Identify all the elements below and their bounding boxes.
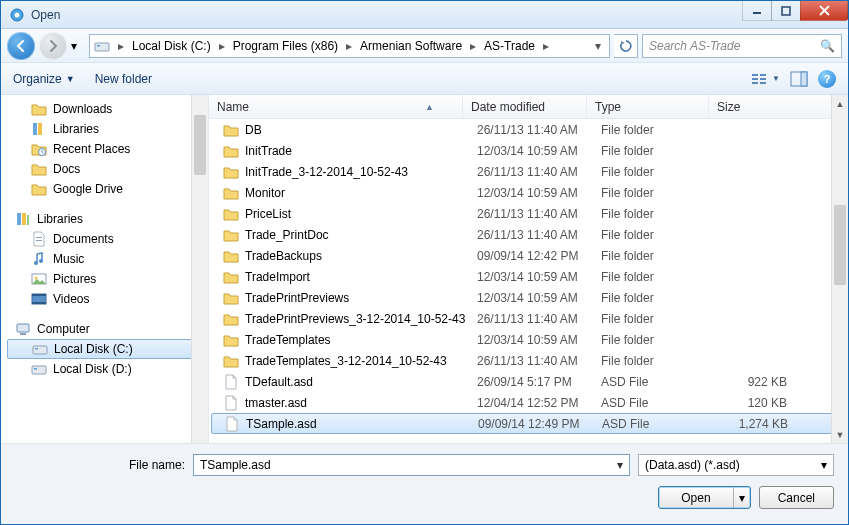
filename-label: File name: (15, 458, 185, 472)
window-title: Open (31, 8, 60, 22)
svg-rect-21 (36, 240, 42, 241)
tree-libraries-header[interactable]: Libraries (7, 209, 208, 229)
search-placeholder: Search AS-Trade (649, 39, 740, 53)
chevron-right-icon[interactable]: ▸ (541, 39, 551, 53)
file-scrollbar[interactable]: ▲ ▼ (831, 95, 848, 443)
forward-button[interactable] (39, 32, 67, 60)
scroll-down-icon[interactable]: ▼ (832, 426, 848, 443)
view-button[interactable]: ▼ (751, 72, 780, 86)
col-size[interactable]: Size (709, 95, 848, 118)
file-row[interactable]: TradeTemplates_3-12-2014_10-52-4326/11/1… (209, 350, 848, 371)
file-list: Name▲ Date modified Type Size DB26/11/13… (209, 95, 848, 443)
col-type[interactable]: Type (587, 95, 709, 118)
close-button[interactable] (800, 1, 848, 21)
scroll-thumb[interactable] (834, 205, 846, 285)
file-row[interactable]: TDefault.asd26/09/14 5:17 PMASD File922 … (209, 371, 848, 392)
chevron-right-icon[interactable]: ▸ (344, 39, 354, 53)
chevron-down-icon: ▼ (772, 74, 780, 83)
filetype-filter[interactable]: (Data.asd) (*.asd) ▾ (638, 454, 834, 476)
tree-item[interactable]: Pictures (7, 269, 208, 289)
file-row[interactable]: TradePrintPreviews_3-12-2014_10-52-4326/… (209, 308, 848, 329)
breadcrumb-seg[interactable]: Armenian Software (356, 35, 466, 57)
svg-rect-18 (22, 213, 26, 225)
file-row[interactable]: TradeBackups09/09/14 12:42 PMFile folder (209, 245, 848, 266)
svg-rect-14 (33, 123, 37, 135)
address-dropdown-icon[interactable]: ▾ (591, 39, 605, 53)
back-button[interactable] (7, 32, 35, 60)
new-folder-button[interactable]: New folder (95, 72, 152, 86)
refresh-button[interactable] (614, 34, 638, 58)
file-row[interactable]: Monitor12/03/14 10:59 AMFile folder (209, 182, 848, 203)
svg-point-22 (34, 261, 38, 265)
tree-item[interactable]: Documents (7, 229, 208, 249)
breadcrumb-seg[interactable]: AS-Trade (480, 35, 539, 57)
chevron-right-icon[interactable]: ▸ (116, 39, 126, 53)
svg-point-23 (39, 259, 43, 263)
file-row[interactable]: TradeTemplates12/03/14 10:59 AMFile fold… (209, 329, 848, 350)
svg-rect-5 (97, 45, 100, 47)
search-input[interactable]: Search AS-Trade 🔍 (642, 34, 842, 58)
chevron-down-icon[interactable]: ▾ (617, 458, 623, 472)
help-button[interactable]: ? (818, 70, 836, 88)
svg-rect-32 (35, 348, 38, 350)
cancel-button[interactable]: Cancel (759, 486, 834, 509)
file-row[interactable]: TradePrintPreviews12/03/14 10:59 AMFile … (209, 287, 848, 308)
chevron-down-icon: ▼ (66, 74, 75, 84)
svg-rect-7 (752, 78, 758, 80)
svg-rect-13 (801, 72, 807, 86)
col-name[interactable]: Name▲ (209, 95, 463, 118)
computer-icon (15, 321, 31, 337)
tree-item[interactable]: Docs (7, 159, 208, 179)
tree-computer-header[interactable]: Computer (7, 319, 208, 339)
minimize-button[interactable] (742, 1, 772, 21)
file-row[interactable]: tmaster.asd12/04/14 12:52 PMASD File120 … (209, 392, 848, 413)
maximize-button[interactable] (771, 1, 801, 21)
svg-rect-30 (20, 333, 26, 335)
scroll-up-icon[interactable]: ▲ (832, 95, 848, 112)
open-button[interactable]: Open ▾ (658, 486, 750, 509)
file-row[interactable]: TSample.asd09/09/14 12:49 PMASD File1,27… (211, 413, 846, 434)
chevron-right-icon[interactable]: ▸ (217, 39, 227, 53)
svg-rect-3 (782, 7, 790, 15)
svg-rect-29 (17, 324, 29, 332)
nav-tree: DownloadsLibrariesRecent PlacesDocsGoogl… (1, 95, 209, 443)
svg-rect-27 (32, 294, 46, 296)
view-icon (751, 72, 769, 86)
file-row[interactable]: Trade_PrintDoc26/11/13 11:40 AMFile fold… (209, 224, 848, 245)
preview-pane-button[interactable] (790, 71, 808, 87)
history-dropdown-icon[interactable]: ▾ (71, 39, 85, 53)
tree-item[interactable]: Videos (7, 289, 208, 309)
svg-point-1 (15, 12, 20, 17)
filename-input[interactable]: TSample.asd ▾ (193, 454, 630, 476)
open-dropdown-icon[interactable]: ▾ (734, 491, 750, 505)
file-row[interactable]: DB26/11/13 11:40 AMFile folder (209, 119, 848, 140)
file-row[interactable]: InitTrade_3-12-2014_10-52-4326/11/13 11:… (209, 161, 848, 182)
file-row[interactable]: TradeImport12/03/14 10:59 AMFile folder (209, 266, 848, 287)
tree-drive[interactable]: Local Disk (C:) (7, 339, 208, 359)
organize-button[interactable]: Organize ▼ (13, 72, 75, 86)
tree-drive[interactable]: Local Disk (D:) (7, 359, 208, 379)
tree-item[interactable]: Google Drive (7, 179, 208, 199)
col-date[interactable]: Date modified (463, 95, 587, 118)
tree-item[interactable]: Downloads (7, 99, 208, 119)
breadcrumb-seg[interactable]: Program Files (x86) (229, 35, 342, 57)
tree-item[interactable]: Libraries (7, 119, 208, 139)
tree-item[interactable]: Recent Places (7, 139, 208, 159)
chevron-down-icon: ▾ (821, 458, 827, 472)
svg-rect-34 (34, 368, 37, 370)
svg-rect-33 (32, 366, 46, 374)
svg-rect-8 (752, 82, 758, 84)
sort-asc-icon: ▲ (425, 102, 434, 112)
svg-rect-15 (38, 123, 42, 135)
drive-icon (94, 38, 110, 54)
titlebar: Open (1, 1, 848, 29)
svg-point-25 (35, 277, 38, 280)
breadcrumb-seg[interactable]: Local Disk (C:) (128, 35, 215, 57)
address-bar[interactable]: ▸ Local Disk (C:)▸ Program Files (x86)▸ … (89, 34, 610, 58)
chevron-right-icon[interactable]: ▸ (468, 39, 478, 53)
file-row[interactable]: PriceList26/11/13 11:40 AMFile folder (209, 203, 848, 224)
svg-rect-20 (36, 237, 42, 238)
tree-item[interactable]: Music (7, 249, 208, 269)
file-row[interactable]: InitTrade12/03/14 10:59 AMFile folder (209, 140, 848, 161)
tree-scrollbar[interactable] (191, 95, 208, 443)
